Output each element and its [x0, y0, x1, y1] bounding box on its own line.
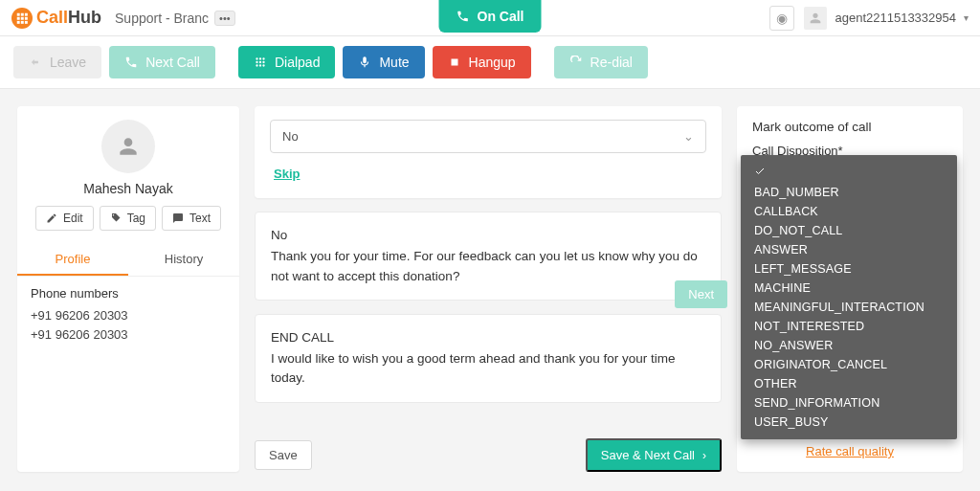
disposition-option[interactable]: NOT_INTERESTED — [741, 317, 957, 336]
script-block-body: Thank you for your time. For our feedbac… — [271, 247, 705, 286]
next-call-button[interactable]: Next Call — [109, 46, 215, 78]
tab-history[interactable]: History — [128, 244, 239, 276]
phone-icon — [124, 56, 138, 69]
svg-point-15 — [256, 64, 257, 66]
next-button[interactable]: Next — [675, 280, 727, 308]
hangup-button[interactable]: Hangup — [433, 46, 531, 78]
dialpad-icon — [254, 56, 267, 69]
disposition-option[interactable]: OTHER — [741, 374, 957, 393]
profile-tabs: Profile History — [17, 244, 239, 277]
svg-rect-18 — [451, 59, 457, 66]
contact-panel: Mahesh Nayak Edit Tag Text Profile Histo… — [17, 106, 239, 472]
chevron-down-icon: ▾ — [964, 12, 969, 23]
brand-suffix: Hub — [68, 8, 101, 28]
svg-point-16 — [259, 64, 261, 66]
svg-rect-4 — [21, 16, 24, 19]
tag-button[interactable]: Tag — [100, 206, 156, 231]
edit-button[interactable]: Edit — [35, 206, 94, 231]
redo-icon — [569, 56, 583, 69]
phone-number: +91 96206 20303 — [31, 306, 226, 325]
disposition-option[interactable]: ORIGINATOR_CANCEL — [741, 355, 957, 374]
call-toolbar: Leave Next Call Dialpad Mute Hangup Re-d… — [0, 36, 980, 89]
leave-icon — [29, 56, 42, 69]
svg-rect-5 — [25, 16, 28, 19]
save-next-button[interactable]: Save & Next Call › — [586, 438, 722, 472]
script-block-title: END CALL — [271, 328, 705, 347]
logo-icon — [11, 8, 33, 29]
save-button[interactable]: Save — [255, 440, 312, 470]
avatar-icon — [804, 7, 827, 30]
svg-rect-1 — [21, 12, 24, 15]
svg-point-17 — [262, 64, 264, 66]
chat-icon — [172, 212, 184, 224]
disposition-option[interactable]: CALLBACK — [741, 202, 957, 221]
contact-name: Mahesh Nayak — [17, 181, 239, 196]
stop-icon — [448, 56, 461, 69]
script-footer: Save Save & Next Call › — [255, 438, 722, 472]
phones-section: Phone numbers +91 96206 20303 +91 96206 … — [17, 277, 239, 354]
script-block-body: I would like to wish you a good term ahe… — [271, 349, 705, 389]
tag-icon — [110, 212, 122, 224]
disposition-option[interactable]: USER_BUSY — [741, 413, 957, 432]
mute-button[interactable]: Mute — [343, 46, 424, 78]
tab-profile[interactable]: Profile — [17, 244, 128, 276]
disposition-option[interactable]: MEANINGFUL_INTERACTION — [741, 298, 957, 317]
svg-point-9 — [256, 57, 257, 59]
rate-call-link[interactable]: Rate call quality — [737, 444, 963, 458]
mic-icon — [358, 56, 371, 69]
person-icon — [116, 134, 141, 159]
svg-rect-2 — [25, 12, 28, 15]
svg-rect-7 — [21, 20, 24, 23]
svg-point-13 — [259, 61, 261, 63]
disposition-option[interactable]: BAD_NUMBER — [741, 183, 957, 202]
on-call-badge: On Call — [438, 0, 541, 33]
skip-link[interactable]: Skip — [270, 167, 300, 181]
disposition-option[interactable]: DO_NOT_CALL — [741, 221, 957, 240]
username: agent2211513332954 — [835, 11, 956, 25]
svg-point-11 — [262, 57, 264, 59]
svg-rect-0 — [17, 12, 20, 15]
script-panel: No ⌄ Skip No Thank you for your time. Fo… — [255, 106, 722, 472]
campaign-name: Support - Branc ••• — [115, 11, 235, 26]
pencil-icon — [46, 212, 57, 224]
disposition-option[interactable]: ANSWER — [741, 240, 957, 259]
check-icon — [754, 166, 766, 177]
contact-avatar — [101, 120, 155, 173]
disposition-option[interactable]: MACHINE — [741, 279, 957, 298]
phone-icon — [456, 10, 469, 23]
script-block-title: No — [271, 226, 705, 245]
globe-icon[interactable]: ◉ — [769, 6, 794, 31]
ellipsis-icon[interactable]: ••• — [214, 11, 235, 26]
logo: CallHub — [11, 8, 101, 29]
dropdown-selected-blank[interactable] — [741, 163, 957, 183]
svg-point-10 — [259, 57, 261, 59]
phones-header: Phone numbers — [31, 286, 226, 301]
script-block: No Thank you for your time. For our feed… — [255, 212, 722, 301]
svg-point-14 — [262, 61, 264, 63]
svg-rect-8 — [25, 20, 28, 23]
brand-prefix: Call — [36, 8, 68, 28]
chevron-right-icon: › — [702, 449, 706, 462]
chevron-down-icon: ⌄ — [683, 129, 694, 144]
text-button[interactable]: Text — [162, 206, 221, 231]
disposition-option[interactable]: SEND_INFORMATION — [741, 393, 957, 413]
dialpad-button[interactable]: Dialpad — [238, 46, 335, 78]
disposition-option[interactable]: NO_ANSWER — [741, 336, 957, 355]
topbar: CallHub Support - Branc ••• On Call ◉ ag… — [0, 0, 980, 36]
answer-select[interactable]: No ⌄ — [270, 120, 706, 153]
user-menu[interactable]: agent2211513332954 ▾ — [804, 7, 969, 30]
svg-rect-6 — [17, 20, 20, 23]
svg-point-12 — [256, 61, 257, 63]
phone-number: +91 96206 20303 — [31, 325, 226, 345]
redial-button[interactable]: Re-dial — [554, 46, 648, 78]
disposition-option[interactable]: LEFT_MESSAGE — [741, 259, 957, 279]
disposition-dropdown[interactable]: BAD_NUMBERCALLBACKDO_NOT_CALLANSWERLEFT_… — [741, 155, 957, 439]
outcome-header: Mark outcome of call — [752, 120, 947, 134]
script-block: END CALL I would like to wish you a good… — [255, 314, 722, 403]
svg-rect-3 — [17, 16, 20, 19]
leave-button[interactable]: Leave — [13, 46, 101, 78]
